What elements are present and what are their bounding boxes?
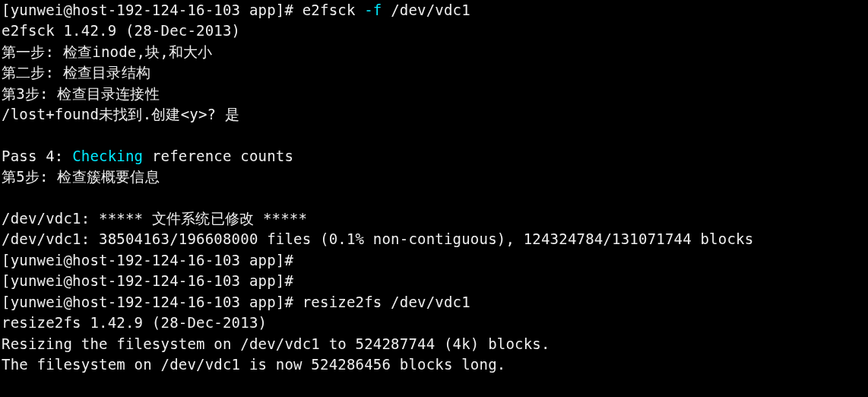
cmd-resize2fs: resize2fs /dev/vdc1: [303, 294, 470, 310]
output-pass4-c: reference counts: [143, 148, 293, 164]
output-line: 第一步: 检查inode,块,和大小: [2, 43, 213, 60]
output-line: resize2fs 1.42.9 (28-Dec-2013): [2, 314, 267, 331]
output-line: /dev/vdc1: 38504163/196608000 files (0.1…: [2, 230, 753, 247]
prompt: [yunwei@host-192-124-16-103 app]#: [2, 2, 303, 18]
output-line: /dev/vdc1: ***** 文件系统已修改 *****: [2, 210, 307, 227]
output-pass4-checking: Checking: [72, 148, 143, 164]
output-line: 第二步: 检查目录结构: [2, 64, 150, 81]
cmd-e2fsck: e2fsck: [303, 2, 364, 18]
prompt-empty: [yunwei@host-192-124-16-103 app]#: [2, 252, 303, 268]
output-line: 第3步: 检查目录连接性: [2, 85, 160, 102]
output-pass4-a: Pass 4:: [2, 148, 72, 164]
output-line: 第5步: 检查簇概要信息: [2, 168, 160, 185]
prompt-empty: [yunwei@host-192-124-16-103 app]#: [2, 272, 303, 289]
prompt: [yunwei@host-192-124-16-103 app]#: [2, 294, 303, 310]
arg-device: /dev/vdc1: [382, 2, 470, 18]
output-line: e2fsck 1.42.9 (28-Dec-2013): [2, 22, 240, 39]
terminal-output[interactable]: [yunwei@host-192-124-16-103 app]# e2fsck…: [0, 0, 868, 375]
output-line: The filesystem on /dev/vdc1 is now 52428…: [2, 356, 505, 373]
flag-f: -f: [364, 2, 382, 18]
output-line: Resizing the filesystem on /dev/vdc1 to …: [2, 335, 550, 352]
output-line: /lost+found未找到.创建<y>? 是: [2, 106, 239, 122]
